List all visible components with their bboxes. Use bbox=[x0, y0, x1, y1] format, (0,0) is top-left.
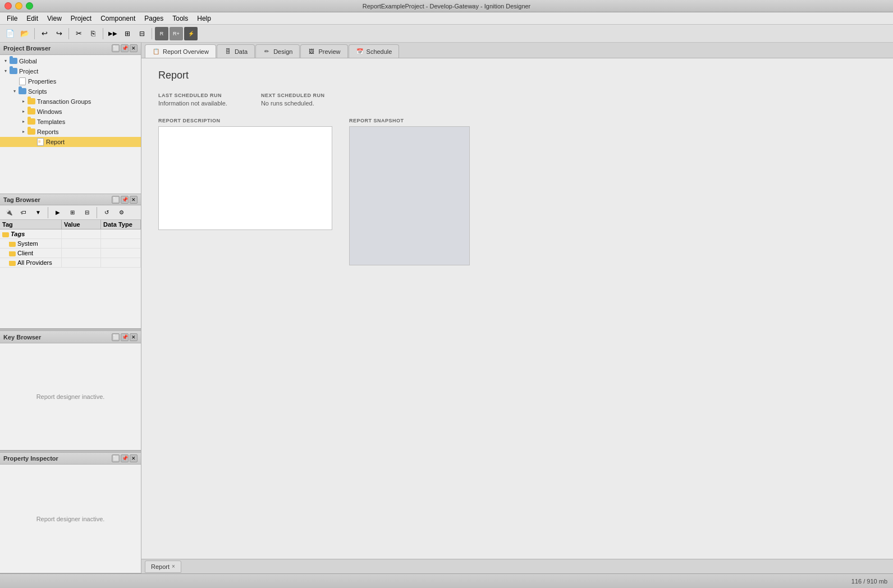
content-area: 📋 Report Overview 🗄 Data ✏ Design 🖼 Prev… bbox=[141, 43, 893, 573]
bottom-tab-label: Report bbox=[151, 563, 170, 570]
toolbar-btn-a[interactable]: ▶▶ bbox=[106, 27, 120, 40]
menu-tools[interactable]: Tools bbox=[168, 13, 193, 24]
tree-item-global[interactable]: ▾Global bbox=[0, 56, 141, 66]
tag-browser-controls[interactable]: ⬜ 📌 ✕ bbox=[112, 196, 138, 204]
toolbar-btn-report3[interactable]: ⚡ bbox=[184, 27, 198, 40]
tab-report-overview[interactable]: 📋 Report Overview bbox=[145, 44, 216, 58]
toolbar-btn-cut[interactable]: ✂ bbox=[72, 27, 85, 40]
tab-preview-label: Preview bbox=[318, 48, 340, 55]
tag-browser-pin[interactable]: 📌 bbox=[121, 196, 129, 204]
tag-col-value: Value bbox=[62, 220, 101, 229]
menu-bar: File Edit View Project Component Pages T… bbox=[0, 12, 893, 25]
toolbar-btn-redo[interactable]: ↪ bbox=[52, 27, 66, 40]
tree-icon-folder-blue bbox=[18, 87, 27, 96]
tag-browser-panel: Tag Browser ⬜ 📌 ✕ 🔌 🏷 ▼ ▶ ⊞ ⊟ ↺ ⚙ bbox=[0, 194, 141, 329]
menu-component[interactable]: Component bbox=[96, 13, 140, 24]
tab-preview[interactable]: 🖼 Preview bbox=[300, 44, 347, 58]
toolbar-btn-2[interactable]: 📂 bbox=[18, 27, 31, 40]
report-details-row: REPORT DESCRIPTION REPORT SNAPSHOT bbox=[158, 118, 876, 265]
minimize-button[interactable] bbox=[15, 2, 22, 10]
tree-item-report[interactable]: Report bbox=[0, 137, 141, 147]
tag-btn-3[interactable]: ▶ bbox=[51, 206, 65, 219]
maximize-button[interactable] bbox=[26, 2, 33, 10]
tree-icon-folder-yellow bbox=[27, 117, 36, 126]
tag-row-0[interactable]: Tags bbox=[0, 229, 141, 239]
tab-bar: 📋 Report Overview 🗄 Data ✏ Design 🖼 Prev… bbox=[141, 43, 893, 58]
project-browser-panel: Project Browser ⬜ 📌 ✕ ▾Global▾ProjectPro… bbox=[0, 43, 141, 194]
property-inspector-controls[interactable]: ⬜ 📌 ✕ bbox=[112, 454, 138, 462]
tag-browser-float[interactable]: ⬜ bbox=[112, 196, 120, 204]
tag-row-3[interactable]: All Providers bbox=[0, 258, 141, 268]
property-inspector-body: Report designer inactive. bbox=[0, 465, 141, 573]
toolbar-btn-undo[interactable]: ↩ bbox=[38, 27, 51, 40]
title-bar: ReportExampleProject - Develop-Gateway -… bbox=[0, 0, 893, 12]
menu-view[interactable]: View bbox=[43, 13, 66, 24]
tree-item-project[interactable]: ▾Project bbox=[0, 66, 141, 76]
tree-label-properties: Properties bbox=[28, 78, 56, 85]
toolbar-separator-1 bbox=[34, 28, 35, 39]
menu-edit[interactable]: Edit bbox=[22, 13, 43, 24]
tab-schedule-icon: 📅 bbox=[356, 48, 364, 56]
tag-row-1[interactable]: System bbox=[0, 239, 141, 249]
project-browser-close[interactable]: ✕ bbox=[130, 44, 138, 52]
tag-btn-2[interactable]: 🏷 bbox=[17, 206, 30, 219]
tree-item-reports[interactable]: ▸Reports bbox=[0, 127, 141, 137]
toolbar-btn-1[interactable]: 📄 bbox=[3, 27, 17, 40]
tree-item-templates[interactable]: ▸Templates bbox=[0, 117, 141, 127]
tag-table-header: Tag Value Data Type bbox=[0, 220, 141, 229]
tab-data[interactable]: 🗄 Data bbox=[217, 44, 255, 58]
tree-item-scripts[interactable]: ▾Scripts bbox=[0, 86, 141, 97]
tag-btn-dropdown[interactable]: ▼ bbox=[31, 206, 45, 219]
key-browser-panel: Key Browser ⬜ 📌 ✕ Report designer inacti… bbox=[0, 331, 141, 451]
property-inspector-close[interactable]: ✕ bbox=[130, 454, 138, 462]
close-button[interactable] bbox=[4, 2, 12, 10]
bottom-tab-close-icon[interactable]: × bbox=[172, 563, 175, 569]
toolbar-btn-report1[interactable]: R bbox=[155, 27, 168, 40]
menu-file[interactable]: File bbox=[2, 13, 22, 24]
tree-item-windows[interactable]: ▸Windows bbox=[0, 107, 141, 117]
toolbar-btn-c[interactable]: ⊟ bbox=[135, 27, 149, 40]
tab-design[interactable]: ✏ Design bbox=[255, 44, 300, 58]
key-browser-body: Report designer inactive. bbox=[0, 343, 141, 450]
key-browser-close[interactable]: ✕ bbox=[130, 333, 138, 341]
tree-label-windows: Windows bbox=[37, 108, 62, 115]
tab-data-label: Data bbox=[235, 48, 248, 55]
key-browser-float[interactable]: ⬜ bbox=[112, 333, 120, 341]
key-browser-pin[interactable]: 📌 bbox=[121, 333, 129, 341]
tag-browser-body: TagsSystemClientAll Providers bbox=[0, 229, 141, 328]
tab-schedule[interactable]: 📅 Schedule bbox=[349, 44, 400, 58]
menu-pages[interactable]: Pages bbox=[140, 13, 168, 24]
toolbar-btn-report2[interactable]: R+ bbox=[170, 27, 183, 40]
property-inspector-pin[interactable]: 📌 bbox=[121, 454, 129, 462]
tag-btn-4[interactable]: ⊞ bbox=[66, 206, 79, 219]
report-snapshot-section: REPORT SNAPSHOT bbox=[349, 118, 470, 265]
tag-row-2[interactable]: Client bbox=[0, 249, 141, 258]
bottom-tab-bar: Report × bbox=[141, 559, 893, 573]
project-browser-pin[interactable]: 📌 bbox=[121, 44, 129, 52]
tag-btn-6[interactable]: ↺ bbox=[100, 206, 113, 219]
tree-icon-folder-blue bbox=[9, 67, 18, 76]
property-inspector-title: Property Inspector bbox=[3, 455, 58, 462]
toolbar-separator-3 bbox=[103, 28, 103, 39]
project-browser-controls[interactable]: ⬜ 📌 ✕ bbox=[112, 44, 138, 52]
toolbar-btn-copy[interactable]: ⎘ bbox=[86, 27, 100, 40]
tag-btn-1[interactable]: 🔌 bbox=[2, 206, 16, 219]
menu-help[interactable]: Help bbox=[193, 13, 216, 24]
menu-project[interactable]: Project bbox=[66, 13, 96, 24]
key-browser-controls[interactable]: ⬜ 📌 ✕ bbox=[112, 333, 138, 341]
window-controls[interactable] bbox=[4, 2, 33, 10]
tag-browser-close[interactable]: ✕ bbox=[130, 196, 138, 204]
next-scheduled-label: NEXT SCHEDULED RUN bbox=[261, 93, 325, 98]
project-browser-float[interactable]: ⬜ bbox=[112, 44, 120, 52]
tag-btn-7[interactable]: ⚙ bbox=[115, 206, 128, 219]
tag-btn-5[interactable]: ⊟ bbox=[80, 206, 94, 219]
tree-item-properties[interactable]: Properties bbox=[0, 76, 141, 86]
tree-item-transaction-groups[interactable]: ▸Transaction Groups bbox=[0, 97, 141, 107]
tab-data-icon: 🗄 bbox=[224, 48, 232, 56]
bottom-tab-report[interactable]: Report × bbox=[145, 561, 181, 573]
tab-schedule-label: Schedule bbox=[367, 48, 392, 55]
property-inspector-float[interactable]: ⬜ bbox=[112, 454, 120, 462]
tab-design-label: Design bbox=[273, 48, 292, 55]
toolbar-btn-b[interactable]: ⊞ bbox=[121, 27, 134, 40]
report-description-box[interactable] bbox=[158, 126, 332, 230]
